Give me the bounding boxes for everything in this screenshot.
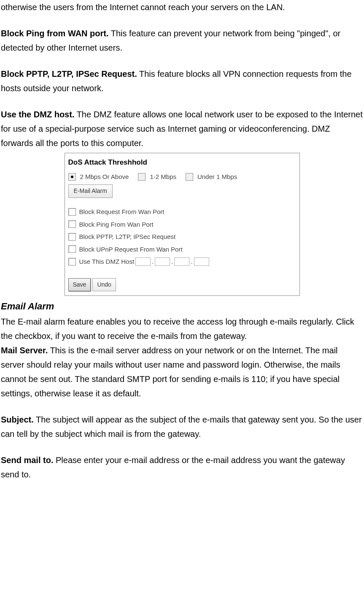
paragraph-dmz: Use the DMZ host. The DMZ feature allows… (1, 107, 363, 150)
paragraph-block-ping: Block Ping from WAN port. This feature c… (1, 26, 363, 55)
checkbox-list: Block Request From Wan Port Block Ping F… (68, 206, 296, 267)
checkbox-row-dmz-host: Use This DMZ Host . . . (68, 256, 296, 267)
checkbox-block-request[interactable] (68, 208, 76, 216)
subject-heading: Subject. (1, 415, 34, 424)
radio-1-2mbps-label: 1-2 Mbps (150, 171, 176, 182)
checkbox-block-request-label: Block Request From Wan Port (79, 206, 164, 217)
block-ping-heading: Block Ping from WAN port. (1, 29, 109, 38)
dmz-ip-octet-4[interactable] (194, 257, 209, 266)
paragraph-block-vpn: Block PPTP, L2TP, IPSec Request. This fe… (1, 67, 363, 95)
checkbox-dmz-host[interactable] (68, 258, 76, 265)
checkbox-block-ping[interactable] (68, 220, 76, 228)
radio-under1-icon[interactable] (186, 173, 193, 181)
save-button[interactable]: Save (68, 278, 91, 292)
mail-server-heading: Mail Server. (1, 346, 48, 355)
document-content: otherwise the users from the Internet ca… (0, 0, 364, 482)
checkbox-block-vpn[interactable] (68, 233, 76, 241)
checkbox-row-block-vpn: Block PPTP, L2TP, IPSec Request (68, 231, 296, 242)
paragraph-mail-server: Mail Server. This is the e-mail server a… (1, 343, 363, 401)
radio-2mbps-icon[interactable] (68, 173, 76, 181)
threshold-radio-row: 2 Mbps Or Above 1-2 Mbps Under 1 Mbps (68, 171, 296, 182)
email-alarm-button[interactable]: E-Mail Alarm (68, 184, 113, 198)
dmz-heading: Use the DMZ host. (1, 110, 74, 119)
paragraph-subject: Subject. The subject will appear as the … (1, 412, 363, 441)
paragraph-intro: otherwise the users from the Internet ca… (1, 0, 363, 14)
checkbox-block-ping-label: Block Ping From Wan Port (79, 219, 154, 230)
dot-icon: . (191, 256, 192, 267)
checkbox-block-vpn-label: Block PPTP, L2TP, IPSec Request (79, 231, 176, 242)
paragraph-email-alarm: The E-mail alarm feature enables you to … (1, 314, 363, 343)
subject-text: The subject will appear as the subject o… (1, 415, 362, 439)
email-alarm-subheading: Email Alarm (1, 298, 363, 314)
radio-2mbps-label: 2 Mbps Or Above (80, 171, 129, 182)
paragraph-send-mail-to: Send mail to. Please enter your e-mail a… (1, 453, 363, 482)
settings-screenshot: DoS Attack Threshhold 2 Mbps Or Above 1-… (65, 153, 300, 296)
checkbox-block-upnp-label: Block UPnP Request From Wan Port (79, 244, 183, 255)
checkbox-row-block-request: Block Request From Wan Port (68, 206, 296, 217)
dmz-ip-octet-2[interactable] (155, 257, 170, 266)
send-mail-heading: Send mail to. (1, 455, 53, 465)
undo-button[interactable]: Undo (92, 278, 116, 292)
checkbox-row-block-ping: Block Ping From Wan Port (68, 219, 296, 230)
block-vpn-heading: Block PPTP, L2TP, IPSec Request. (1, 69, 137, 79)
checkbox-row-block-upnp: Block UPnP Request From Wan Port (68, 244, 296, 255)
checkbox-block-upnp[interactable] (68, 245, 76, 253)
button-row: Save Undo (68, 278, 296, 292)
mail-server-text: This is the e-mail server address on you… (1, 346, 340, 398)
dot-icon: . (152, 256, 154, 267)
dmz-ip-octet-1[interactable] (135, 257, 151, 266)
radio-under1-label: Under 1 Mbps (197, 171, 237, 182)
dot-icon: . (171, 256, 173, 267)
radio-1-2mbps-icon[interactable] (138, 173, 146, 181)
dos-threshold-title: DoS Attack Threshhold (68, 157, 296, 169)
checkbox-dmz-host-label: Use This DMZ Host (79, 256, 135, 267)
dmz-ip-octet-3[interactable] (174, 257, 189, 266)
